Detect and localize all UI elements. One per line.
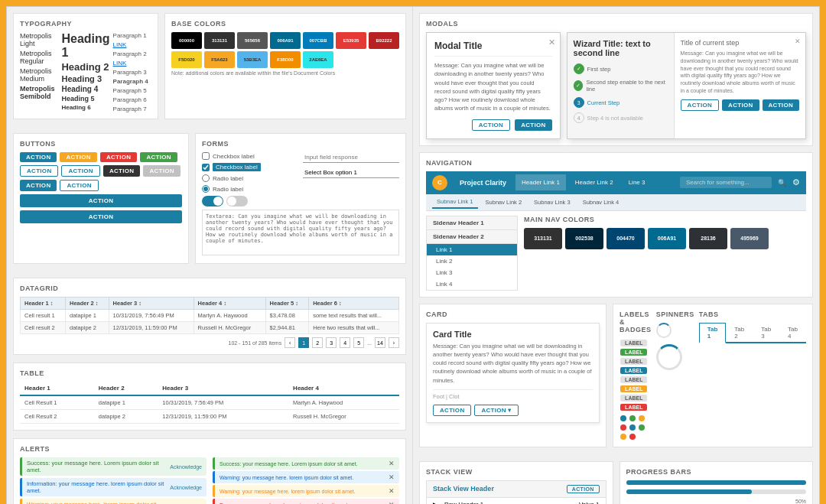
subnav-link-4[interactable]: Subnav Link 4	[578, 197, 624, 208]
close-icon-1[interactable]: ✕	[389, 460, 395, 467]
sidenav-link-2[interactable]: Link 2	[427, 255, 517, 267]
tab-4[interactable]: Tab 4	[779, 323, 806, 343]
wizard-btn-2[interactable]: ACTION	[722, 99, 759, 111]
link-text-1[interactable]: LINK	[113, 41, 151, 48]
btn-action-2[interactable]: ACTION	[60, 152, 96, 162]
alert-info-action[interactable]: Acknowledge	[170, 485, 202, 490]
radio-1[interactable]	[202, 174, 210, 182]
btn-block-primary[interactable]: ACTION	[20, 194, 182, 207]
nav-link-3[interactable]: Line 3	[623, 174, 652, 190]
close-icon-3[interactable]: ✕	[389, 487, 395, 495]
dg-page-1[interactable]: 1	[298, 337, 309, 348]
btn-outline-2[interactable]: ACTION	[61, 165, 99, 177]
modal-btn-2[interactable]: ACTION	[515, 119, 551, 131]
wizard-actions: ACTION ACTION ACTION	[681, 99, 799, 111]
tab-2[interactable]: Tab 2	[726, 323, 753, 343]
para-3: Paragraph 3	[113, 69, 151, 76]
btn-action-4[interactable]: ACTION	[140, 152, 177, 162]
dg-header-5[interactable]: Header 5 ↕	[265, 298, 309, 310]
sidenav-link-1[interactable]: Link 1	[427, 244, 517, 255]
toggle-off[interactable]	[226, 196, 248, 206]
sidenav-link-3[interactable]: Link 3	[427, 267, 517, 278]
card-btn-1[interactable]: ACTION	[433, 405, 471, 416]
link-text-2[interactable]: LINK	[113, 60, 151, 67]
t-header-4[interactable]: Header 4	[288, 382, 399, 395]
dg-page-4[interactable]: 4	[340, 337, 350, 348]
alert-warning: Warning: your message here. lorem ipsum …	[20, 499, 206, 504]
label-5: LABEL	[620, 376, 647, 383]
dg-header-2[interactable]: Header 2 ↕	[66, 298, 109, 310]
dg-next[interactable]: ›	[389, 337, 399, 348]
stack-view-container: Stack View Header ACTION ▶ Row Header 1 …	[426, 480, 606, 505]
stack-row-1[interactable]: ▶ Row Header 1 Value 1	[427, 498, 606, 505]
dg-header-3[interactable]: Header 3 ↕	[109, 298, 193, 310]
subnav-link-2[interactable]: Subnav Link 2	[481, 197, 527, 208]
t-header-3[interactable]: Header 3	[158, 382, 288, 395]
expand-icon-1: ▶	[433, 501, 438, 505]
card-text: Message: Can you imagine what we will be…	[433, 342, 593, 385]
dg-page-3[interactable]: 3	[326, 337, 337, 348]
btn-block-2[interactable]: ACTION	[20, 210, 182, 223]
stack-action-btn[interactable]: ACTION	[567, 485, 600, 493]
nav-link-1[interactable]: Header Link 1	[515, 174, 566, 190]
nav-link-2[interactable]: Header Link 2	[569, 174, 620, 190]
t-header-1[interactable]: Header 1	[20, 382, 94, 395]
wizard-close-icon[interactable]: ✕	[795, 37, 801, 45]
nav-logo: C	[432, 175, 447, 190]
card-btn-2[interactable]: ACTION ▾	[474, 405, 518, 416]
textarea-input[interactable]: Textarea: Can you imagine what we will b…	[202, 210, 399, 255]
btn-action-3[interactable]: ACTION	[100, 152, 137, 162]
sidenav-link-4[interactable]: Link 4	[427, 278, 517, 290]
dg-prev[interactable]: ‹	[285, 337, 295, 348]
tab-3[interactable]: Tab 3	[753, 323, 779, 343]
wizard-btn-3[interactable]: ACTION	[763, 99, 799, 111]
dg-page-5[interactable]: 5	[353, 337, 364, 348]
tab-1[interactable]: Tab 1	[699, 323, 727, 343]
typography-section: TYPOGRAPHY Metropolis Light Metropolis R…	[13, 13, 158, 119]
select-input[interactable]: Select Box option 1	[303, 167, 399, 178]
subnav-link-3[interactable]: Subnav Link 3	[529, 197, 575, 208]
dg-header-1[interactable]: Header 1 ↕	[21, 298, 66, 310]
card-actions: ACTION ACTION ▾	[433, 405, 593, 416]
text-input[interactable]	[303, 152, 399, 163]
btn-dark-1[interactable]: ACTION	[103, 165, 140, 177]
wizard-title: Wizard Title: text to second line	[574, 39, 668, 57]
t-cell-2-3: 12/31/2019, 11:59:00 PM	[158, 410, 288, 424]
t-header-2[interactable]: Header 2	[94, 382, 158, 395]
nav-settings-icon[interactable]: ⚙	[792, 177, 800, 187]
dg-cell-1-6: some text results that will...	[309, 310, 399, 322]
btn-outline-1[interactable]: ACTION	[20, 165, 58, 177]
color-swatch-000000: 000000	[171, 32, 202, 49]
para-1: Paragraph 1	[113, 32, 151, 39]
wizard-step-num-2: ✓	[574, 80, 584, 91]
stack-header-label: Stack View Header	[433, 485, 494, 493]
radio-2[interactable]	[202, 185, 210, 193]
btn-action-1[interactable]: ACTION	[20, 152, 57, 162]
progress-bars-section: PROGRESS BARS 50%	[620, 461, 814, 505]
heading-4: Heading 4	[61, 85, 109, 93]
card-section-title: CARD	[426, 311, 600, 318]
modal-close-icon[interactable]: ✕	[548, 37, 555, 47]
dg-page-2[interactable]: 2	[312, 337, 323, 348]
badge-dot-4	[620, 424, 626, 431]
dg-header-4[interactable]: Header 4 ↕	[193, 298, 265, 310]
wizard-btn-1[interactable]: ACTION	[681, 99, 719, 111]
btn-small-2[interactable]: ACTION	[60, 180, 98, 191]
wizard-step-label-4: Step 4 is not available	[587, 115, 643, 122]
dg-header-6[interactable]: Header 6 ↕	[309, 298, 399, 310]
dg-page-14[interactable]: 14	[375, 337, 385, 348]
dg-cell-1-1: Cell result 1	[21, 310, 66, 322]
checkbox-2[interactable]	[202, 164, 210, 171]
close-icon-4[interactable]: ✕	[389, 501, 395, 504]
close-icon-2[interactable]: ✕	[389, 473, 395, 481]
checkbox-1[interactable]	[202, 152, 210, 160]
nav-search-input[interactable]	[680, 177, 772, 188]
main-nav-colors: MAIN NAV COLORS 313131 002538 004470 006…	[524, 216, 806, 291]
alert-success-action[interactable]: Acknowledge	[170, 464, 202, 470]
toggle-on[interactable]	[202, 196, 223, 206]
dg-ellipsis: ...	[367, 340, 372, 346]
color-swatch-007cbb: 007CBB	[303, 32, 333, 49]
btn-small-1[interactable]: ACTION	[20, 180, 57, 191]
subnav-link-1[interactable]: Subnav Link 1	[432, 196, 478, 209]
modal-btn-1[interactable]: ACTION	[472, 119, 510, 131]
